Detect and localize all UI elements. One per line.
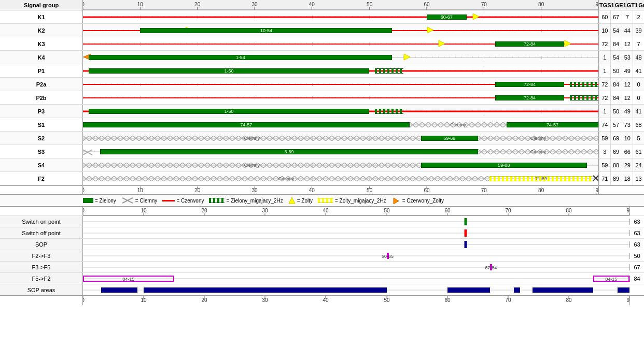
switch-off-value: 63	[629, 230, 644, 236]
bar-green: 3-69	[100, 149, 478, 154]
svg-text:10: 10	[141, 208, 147, 213]
row-ge1-f2: 89	[610, 172, 622, 185]
svg-text:0: 0	[83, 208, 85, 213]
bar-green: 72-84	[495, 95, 564, 100]
row-label-k4: K4	[0, 51, 83, 64]
f2-f3-chart: 50-65	[83, 250, 629, 261]
ge1-header: GE1	[614, 0, 626, 10]
row-gres-s1: 68	[633, 118, 644, 131]
row-tgs1-p3: 1	[599, 105, 610, 118]
svg-text:20: 20	[194, 2, 201, 7]
bar-zolty_mig: 71-89	[489, 176, 593, 181]
signal-row-k3: K372-847284127	[0, 37, 644, 51]
bar-ciemny: Ciemny	[478, 136, 598, 141]
row-label-p3: P3	[0, 105, 83, 118]
bar-green: 72-84	[495, 41, 564, 47]
row-chart-s1: 74-57 Ciemny74-57	[83, 118, 598, 131]
row-ge1-p1: 50	[610, 64, 622, 77]
sop-chart	[83, 239, 629, 250]
row-gres-k3: 7	[633, 37, 644, 50]
row-chart-f2: Ciemny71-89	[83, 172, 598, 185]
row-gres-p2b: 0	[633, 91, 644, 104]
bar-green: 10-54	[140, 28, 392, 33]
bar-yellow	[403, 53, 411, 62]
row-chart-p3: 1-50	[83, 105, 598, 118]
bottom-scale-top: 0 10 20 30 40 50 60 70	[83, 207, 629, 216]
f5-f2-row: F5->F2 84-15 84-15 84	[0, 273, 644, 284]
svg-text:30: 30	[262, 208, 268, 213]
row-values-k1: 606772	[598, 10, 644, 23]
bar-green: 72-84	[495, 82, 564, 87]
row-chart-p2b: 72-84	[83, 91, 598, 104]
row-label-s3: S3	[0, 145, 83, 158]
sop-areas-row: SOP areas	[0, 284, 644, 296]
row-ge1-p2b: 84	[610, 91, 622, 104]
signal-row-f2: F2 Ciemny71-8971891813	[0, 172, 644, 185]
switch-off-point-row: Switch off point 63	[0, 227, 644, 239]
row-tgs1-k2: 10	[599, 24, 610, 37]
svg-text:90: 90	[595, 2, 598, 7]
switch-off-chart	[83, 227, 629, 238]
bar-zielony_mig	[375, 109, 403, 114]
f2-f3-value: 50	[629, 253, 644, 259]
row-chart-s2: Ciemny59-69 Ciemny	[83, 132, 598, 145]
bar-green: 1-54	[89, 55, 392, 60]
svg-text:0: 0	[83, 2, 85, 7]
row-label-s4: S4	[0, 158, 83, 171]
header-row: Signal group 0 10 20 30 40 50	[0, 0, 644, 10]
svg-text:50: 50	[367, 2, 373, 7]
bar-green: 59-88	[421, 163, 587, 168]
row-tgs1-p2b: 72	[599, 91, 610, 104]
switch-on-chart	[83, 216, 629, 227]
row-ge1-s3: 69	[610, 145, 622, 158]
legend-ciemny: = Ciemny	[121, 197, 158, 204]
bar-ciemny: Ciemny	[83, 176, 489, 181]
row-tgs1-k4: 1	[599, 51, 610, 64]
row-ge1-k1: 67	[610, 10, 622, 23]
bar-red	[83, 16, 598, 18]
gres-header: Gres	[638, 0, 644, 10]
svg-text:90: 90	[595, 188, 598, 193]
bar-green: 74-57	[507, 122, 598, 127]
row-label-s1: S1	[0, 118, 83, 131]
bottom-scale-final: 0 10 20 30 40 50 60 70	[83, 296, 629, 305]
legend-zielony-mig: = Zielony_migajacy_2Hz	[209, 198, 283, 204]
row-chart-s4: Ciemny59-88	[83, 158, 598, 171]
svg-text:90: 90	[626, 208, 629, 213]
row-gres-f2: 13	[633, 172, 644, 185]
row-gt1-s1: 73	[622, 118, 633, 131]
row-gt1-k2: 44	[622, 24, 633, 37]
signal-row-k2: K210-5410544439	[0, 24, 644, 37]
sop-areas-chart	[83, 284, 629, 295]
svg-marker-72	[289, 197, 295, 204]
row-gt1-s4: 29	[622, 158, 633, 171]
row-values-k2: 10544439	[598, 24, 644, 37]
row-ge1-p3: 50	[610, 105, 622, 118]
bar-zielony_mig	[375, 68, 403, 74]
bottom-section: 0 10 20 30 40 50 60 70	[0, 207, 644, 305]
row-gt1-p1: 49	[622, 64, 633, 77]
svg-text:80: 80	[566, 208, 572, 213]
row-label-k2: K2	[0, 24, 83, 37]
bar-ciemny: Ciemny	[83, 163, 421, 168]
svg-text:40: 40	[323, 208, 329, 213]
gt1-header: GT1	[626, 0, 638, 10]
bar-green: 59-69	[421, 136, 478, 141]
switch-off-label: Switch off point	[0, 227, 83, 238]
row-ge1-k3: 84	[610, 37, 622, 50]
bar-green: 1-50	[89, 68, 369, 74]
bar-green: 60-67	[427, 15, 467, 20]
svg-text:50: 50	[384, 208, 390, 213]
row-chart-p2a: 72-84	[83, 78, 598, 91]
signal-row-k1: K160-67606772	[0, 10, 644, 24]
row-gres-s3: 61	[633, 145, 644, 158]
row-ge1-k4: 54	[610, 51, 622, 64]
row-ge1-s2: 69	[610, 132, 622, 145]
signal-group-header: Signal group	[0, 0, 83, 10]
values-header: TGS1 GE1 GT1 Gres	[598, 0, 644, 10]
bar-ciemny: Ciemny	[83, 136, 421, 141]
svg-text:70: 70	[505, 208, 511, 213]
tgs1-header: TGS1	[599, 0, 614, 10]
f5-f2-label: F5->F2	[0, 273, 83, 284]
row-values-k3: 7284127	[598, 37, 644, 50]
